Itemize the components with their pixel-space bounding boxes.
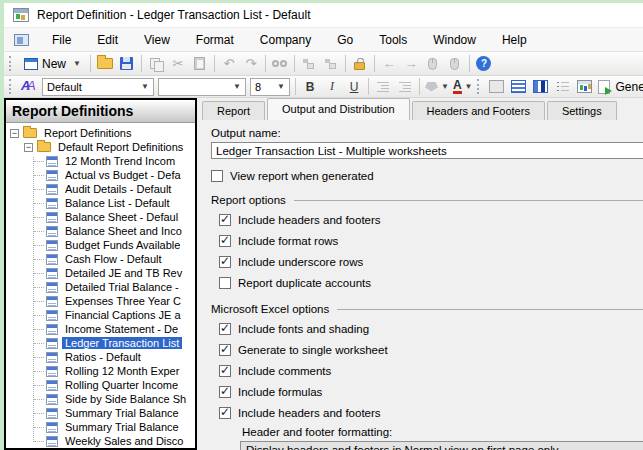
paste-button[interactable] — [190, 54, 210, 74]
cut-button[interactable]: ✂ — [168, 54, 188, 74]
tree-item[interactable]: − Financial Captions JE a — [6, 308, 195, 322]
copy-button[interactable] — [146, 54, 166, 74]
menu-item[interactable]: Company — [247, 30, 324, 50]
grid-button[interactable] — [487, 77, 507, 97]
toolbar-grip[interactable] — [477, 79, 481, 94]
menu-item[interactable]: File — [39, 30, 84, 50]
checkbox-icon[interactable] — [219, 344, 231, 356]
view-report-checkbox-row[interactable]: View report when generated — [211, 168, 643, 184]
menu-item[interactable]: View — [131, 30, 183, 50]
tree-item[interactable]: − Default Report Definitions — [6, 140, 195, 154]
open-button[interactable] — [95, 54, 115, 74]
help-button[interactable]: ? — [474, 54, 494, 74]
tree-item[interactable]: − Expenses Three Year C — [6, 294, 195, 308]
tree-item[interactable]: − Income Statement - De — [6, 322, 195, 336]
menu-item[interactable]: Window — [420, 30, 489, 50]
lock-button[interactable] — [350, 54, 370, 74]
checkbox-icon[interactable] — [219, 365, 231, 377]
collapse-icon[interactable]: − — [10, 129, 19, 138]
checkbox-icon[interactable] — [219, 323, 231, 335]
font-variant-select[interactable]: ▼ — [158, 78, 246, 96]
report-icon — [46, 198, 58, 209]
checkbox-icon[interactable] — [219, 214, 231, 226]
fill-color-button[interactable]: ▼ — [424, 77, 450, 97]
toolbar-grip[interactable] — [9, 56, 13, 71]
back-button[interactable]: ← — [379, 54, 399, 74]
tree-item[interactable]: − Balance Sheet - Defaul — [6, 210, 195, 224]
redo-button[interactable]: ↷ — [241, 54, 261, 74]
bold-button[interactable]: B — [300, 77, 320, 97]
menu-item[interactable]: Tools — [366, 30, 420, 50]
forward-button[interactable]: → — [401, 54, 421, 74]
tree-item[interactable]: − Rolling 12 Month Exper — [6, 364, 195, 378]
tab[interactable]: Headers and Footers — [412, 101, 545, 120]
tree-item[interactable]: − Side by Side Balance Sh — [6, 392, 195, 406]
tab[interactable]: Output and Distribution — [267, 98, 410, 120]
checkbox-row[interactable]: Include underscore rows — [219, 251, 643, 272]
tree-item[interactable]: − Actual vs Budget - Defa — [6, 168, 195, 182]
drilldown-button[interactable] — [423, 54, 443, 74]
unlink-button[interactable] — [321, 54, 341, 74]
checkbox-icon[interactable] — [219, 277, 231, 289]
checkbox-row[interactable]: Include headers and footers — [219, 209, 643, 230]
undo-button[interactable]: ↶ — [219, 54, 239, 74]
new-button[interactable]: New ▼ — [19, 54, 86, 74]
menu-item[interactable]: Help — [489, 30, 540, 50]
tab[interactable]: Report — [202, 101, 265, 120]
format-columns-button[interactable] — [531, 77, 551, 97]
tree-item[interactable]: − Ratios - Default — [6, 350, 195, 364]
tree-item[interactable]: − Rolling Quarter Income — [6, 378, 195, 392]
tree-item[interactable]: − Budget Funds Available — [6, 238, 195, 252]
increase-indent-button[interactable] — [395, 77, 415, 97]
font-size-select[interactable]: 8 ▼ — [250, 78, 290, 96]
tree-item[interactable]: − Audit Details - Default — [6, 182, 195, 196]
checkbox-row[interactable]: Generate to single worksheet — [219, 339, 643, 360]
checkbox-row[interactable]: Include fonts and shading — [219, 318, 643, 339]
checkbox-icon[interactable] — [219, 386, 231, 398]
font-color-button[interactable]: A▼ — [452, 77, 474, 97]
generate-button[interactable]: Generate — [597, 77, 643, 97]
link-button[interactable] — [299, 54, 319, 74]
checkbox-row[interactable]: Report duplicate accounts — [219, 272, 643, 293]
italic-button[interactable]: I — [322, 77, 342, 97]
tree-item[interactable]: − 12 Month Trend Incom — [6, 154, 195, 168]
header-footer-formatting-select[interactable]: Display headers and footers in Normal vi… — [240, 441, 643, 450]
checkbox-row[interactable]: Include formulas — [219, 381, 643, 402]
tree-item[interactable]: − Balance List - Default — [6, 196, 195, 210]
worksheet-button[interactable] — [575, 77, 595, 97]
menu-item[interactable]: Go — [324, 30, 366, 50]
underline-button[interactable]: U — [344, 77, 364, 97]
checkbox-icon[interactable] — [219, 407, 231, 419]
tree-item[interactable]: − Detailed JE and TB Rev — [6, 266, 195, 280]
format-rows-button[interactable] — [509, 77, 529, 97]
tree-item[interactable]: − Report Definitions — [6, 126, 195, 140]
menu-item[interactable]: Format — [183, 30, 247, 50]
report-icon — [46, 156, 58, 167]
collapse-icon[interactable]: − — [24, 143, 33, 152]
menu-item[interactable]: Edit — [84, 30, 131, 50]
tree-item[interactable]: − Cash Flow - Default — [6, 252, 195, 266]
row-list-button[interactable] — [553, 77, 573, 97]
tree-item[interactable]: − Balance Sheet and Inco — [6, 224, 195, 238]
tree-item[interactable]: − Summary Trial Balance — [6, 420, 195, 434]
format-rows-icon — [511, 80, 526, 93]
tree-item[interactable]: − Detailed Trial Balance - — [6, 280, 195, 294]
output-name-input[interactable] — [211, 142, 643, 159]
checkbox-icon[interactable] — [219, 235, 231, 247]
checkbox-row[interactable]: Include comments — [219, 360, 643, 381]
tree-item[interactable]: − Summary Trial Balance — [6, 406, 195, 420]
tree-item[interactable]: − Ledger Transaction List — [6, 336, 195, 350]
toolbar-grip[interactable] — [9, 79, 13, 94]
save-button[interactable] — [117, 54, 137, 74]
decrease-indent-button[interactable] — [373, 77, 393, 97]
tab[interactable]: Settings — [547, 101, 617, 120]
tree-item[interactable]: − Weekly Sales and Disco — [6, 434, 195, 448]
checkbox-row[interactable]: Include format rows — [219, 230, 643, 251]
drilldown-new-button[interactable] — [445, 54, 465, 74]
find-button[interactable] — [270, 54, 290, 74]
font-name-select[interactable]: Default ▼ — [42, 78, 154, 96]
checkbox-row[interactable]: Include headers and footers — [219, 402, 643, 423]
checkbox-icon[interactable] — [211, 170, 223, 182]
checkbox-icon[interactable] — [219, 256, 231, 268]
font-style-button[interactable]: AA — [19, 77, 39, 97]
